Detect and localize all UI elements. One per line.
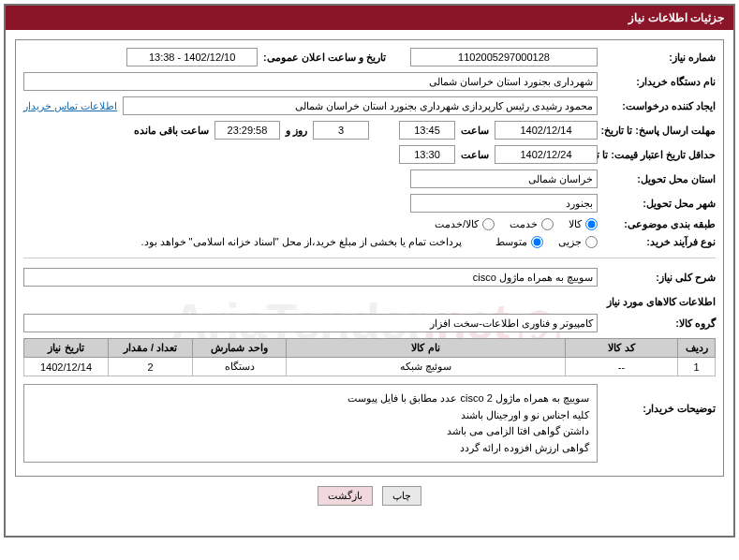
row-need-number: شماره نیاز: 1102005297000128 تاریخ و ساع… — [23, 48, 716, 66]
radio-partial-input[interactable] — [585, 236, 598, 248]
button-row: چاپ بازگشت — [15, 486, 724, 506]
goods-table: ردیف کد کالا نام کالا واحد شمارش تعداد /… — [23, 338, 716, 376]
radio-medium[interactable]: متوسط — [495, 236, 543, 248]
goods-group-label: گروه کالا: — [603, 317, 716, 330]
buyer-notes-label: توضیحات خریدار: — [603, 384, 716, 415]
print-button[interactable]: چاپ — [382, 486, 421, 506]
buyer-org-value: شهرداری بجنورد استان خراسان شمالی — [23, 72, 598, 91]
back-button[interactable]: بازگشت — [318, 486, 373, 506]
need-number-label: شماره نیاز: — [603, 52, 716, 64]
cell-unit: دستگاه — [193, 358, 287, 376]
deadline-send-date: 1402/12/14 — [495, 121, 598, 140]
cell-qty: 2 — [109, 358, 193, 376]
buyer-org-label: نام دستگاه خریدار: — [603, 76, 716, 88]
hour-label-2: ساعت — [461, 149, 489, 161]
radio-goods-label: کالا — [569, 218, 582, 230]
row-goods-group: گروه کالا: کامپیوتر و فناوری اطلاعات-سخت… — [23, 314, 716, 332]
province-label: استان محل تحویل: — [603, 173, 716, 185]
classification-label: طبقه بندی موضوعی: — [603, 218, 716, 230]
hour-label-1: ساعت — [461, 125, 489, 137]
page-frame: جزئیات اطلاعات نیاز AriaTender.net شماره… — [4, 4, 735, 538]
col-unit: واحد شمارش — [193, 339, 287, 358]
cell-name: سوئیچ شبکه — [287, 358, 566, 376]
announce-value: 1402/12/10 - 13:38 — [126, 48, 258, 66]
radio-partial[interactable]: جزیی — [558, 236, 598, 248]
buyer-notes-box: سوییچ به همراه ماژول cisco 2 عدد مطابق ب… — [23, 384, 598, 463]
buyer-contact-link[interactable]: اطلاعات تماس خریدار — [23, 100, 117, 112]
cell-row: 1 — [678, 358, 716, 376]
radio-service-label: خدمت — [510, 218, 538, 230]
days-label: روز و — [286, 125, 307, 137]
buyer-note-line-3: داشتن گواهی افتا الزامی می باشد — [32, 423, 589, 440]
row-province: استان محل تحویل: خراسان شمالی — [23, 169, 716, 188]
radio-both[interactable]: کالا/خدمت — [435, 218, 495, 230]
row-description: شرح کلی نیاز: سوییچ به همراه ماژول cisco — [23, 268, 716, 287]
details-panel: شماره نیاز: 1102005297000128 تاریخ و ساع… — [15, 39, 724, 477]
remaining-label: ساعت باقی مانده — [134, 125, 209, 137]
buyer-note-line-1: سوییچ به همراه ماژول cisco 2 عدد مطابق ب… — [32, 391, 589, 407]
description-label: شرح کلی نیاز: — [603, 272, 716, 284]
remaining-days: 3 — [313, 121, 369, 140]
col-code: کد کالا — [566, 339, 678, 358]
goods-info-title: اطلاعات کالاهای مورد نیاز — [23, 296, 716, 308]
header-title: جزئیات اطلاعات نیاز — [628, 11, 724, 24]
buyer-note-line-4: گواهی ارزش افزوده ارائه گردد — [32, 440, 589, 457]
radio-service[interactable]: خدمت — [510, 218, 554, 230]
remaining-time: 23:29:58 — [214, 121, 280, 140]
validity-label: حداقل تاریخ اعتبار قیمت: تا تاریخ: — [603, 149, 716, 161]
row-validity: حداقل تاریخ اعتبار قیمت: تا تاریخ: 1402/… — [23, 145, 716, 164]
validity-time: 13:30 — [399, 145, 455, 164]
announce-label: تاریخ و ساعت اعلان عمومی: — [263, 52, 386, 64]
col-qty: تعداد / مقدار — [109, 339, 193, 358]
col-name: نام کالا — [287, 339, 566, 358]
row-classification: طبقه بندی موضوعی: کالا خدمت کالا/خدمت — [23, 218, 716, 230]
validity-date: 1402/12/24 — [495, 145, 598, 164]
deadline-send-time: 13:45 — [399, 121, 455, 140]
process-note: پرداخت تمام یا بخشی از مبلغ خرید،از محل … — [140, 236, 462, 248]
province-value: خراسان شمالی — [410, 169, 598, 188]
buyer-note-line-2: کلیه اجناس نو و اورجینال باشند — [32, 407, 589, 424]
requester-value: محمود رشیدی رئیس کارپردازی شهرداری بجنور… — [123, 96, 598, 115]
table-row: 1 -- سوئیچ شبکه دستگاه 2 1402/12/14 — [24, 358, 716, 376]
need-number-value: 1102005297000128 — [410, 48, 598, 66]
content-area: AriaTender.net شماره نیاز: 1102005297000… — [6, 30, 733, 536]
radio-both-input[interactable] — [482, 218, 495, 230]
row-process: نوع فرآیند خرید: جزیی متوسط پرداخت تمام … — [23, 236, 716, 248]
row-requester: ایجاد کننده درخواست: محمود رشیدی رئیس کا… — [23, 96, 716, 115]
radio-goods[interactable]: کالا — [569, 218, 598, 230]
description-value: سوییچ به همراه ماژول cisco — [23, 268, 598, 287]
row-city: شهر محل تحویل: بجنورد — [23, 194, 716, 213]
cell-date: 1402/12/14 — [24, 358, 109, 376]
city-label: شهر محل تحویل: — [603, 198, 716, 210]
col-date: تاریخ نیاز — [24, 339, 109, 358]
col-row: ردیف — [678, 339, 716, 358]
requester-label: ایجاد کننده درخواست: — [603, 100, 716, 112]
process-label: نوع فرآیند خرید: — [603, 236, 716, 248]
row-deadline-send: مهلت ارسال پاسخ: تا تاریخ: 1402/12/14 سا… — [23, 121, 716, 140]
cell-code: -- — [566, 358, 678, 376]
deadline-send-label: مهلت ارسال پاسخ: تا تاریخ: — [603, 125, 716, 137]
radio-medium-label: متوسط — [495, 236, 527, 248]
radio-service-input[interactable] — [541, 218, 554, 230]
divider — [23, 258, 716, 258]
row-buyer-org: نام دستگاه خریدار: شهرداری بجنورد استان … — [23, 72, 716, 91]
row-buyer-notes: توضیحات خریدار: سوییچ به همراه ماژول cis… — [23, 384, 716, 463]
goods-group-value: کامپیوتر و فناوری اطلاعات-سخت افزار — [23, 314, 598, 332]
radio-goods-input[interactable] — [585, 218, 598, 230]
radio-medium-input[interactable] — [531, 236, 543, 248]
city-value: بجنورد — [410, 194, 598, 213]
table-header-row: ردیف کد کالا نام کالا واحد شمارش تعداد /… — [24, 339, 716, 358]
radio-both-label: کالا/خدمت — [435, 218, 479, 230]
header-title-bar: جزئیات اطلاعات نیاز — [6, 6, 733, 30]
radio-partial-label: جزیی — [558, 236, 582, 248]
